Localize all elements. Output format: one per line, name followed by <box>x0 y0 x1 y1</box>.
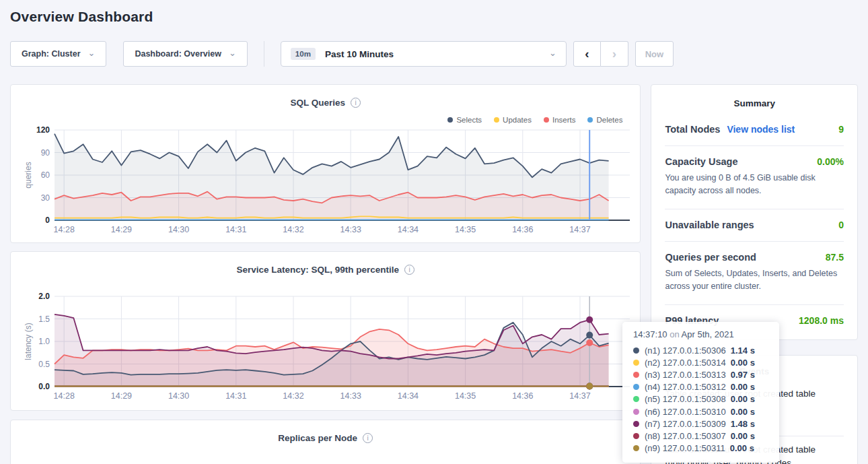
tooltip-time: 14:37:10 <box>633 329 667 339</box>
summary-row-total-nodes: Total Nodes View nodes list 9 <box>665 114 844 145</box>
series-color-dot-icon <box>633 421 639 427</box>
svg-text:1.0: 1.0 <box>38 337 50 346</box>
svg-text:queries: queries <box>24 162 33 188</box>
summary-description: You are using 0 B of 4.5 GiB usable disk… <box>665 172 844 198</box>
time-range-selector[interactable]: 10m Past 10 Minutes ⌄ <box>281 41 567 67</box>
svg-text:14:30: 14:30 <box>168 391 189 401</box>
summary-title: Summary <box>665 85 844 114</box>
tooltip-timestamp: 14:37:10 on Apr 5th, 2021 <box>633 329 768 339</box>
graph-dropdown-label: Graph: Cluster <box>22 49 81 59</box>
tooltip-node-row: (n5) 127.0.0.1:503080.00 s <box>633 393 768 405</box>
svg-text:14:28: 14:28 <box>54 391 75 401</box>
svg-text:latency (s): latency (s) <box>24 323 33 360</box>
tooltip-node-row: (n2) 127.0.0.1:503140.00 s <box>633 356 768 368</box>
tooltip-node-row: (n9) 127.0.0.1:503110.00 s <box>633 442 768 455</box>
tooltip-node-row: (n3) 127.0.0.1:503130.97 s <box>633 368 768 380</box>
summary-value: 1208.0 ms <box>799 315 844 326</box>
service-latency-chart[interactable]: 0.00.51.01.52.014:2814:2914:3014:3114:32… <box>24 288 641 404</box>
tooltip-node-label: (n9) 127.0.0.1:50311 <box>645 443 725 453</box>
time-forward-button[interactable]: › <box>601 41 628 67</box>
series-color-dot-icon <box>633 372 639 378</box>
svg-text:60: 60 <box>41 170 50 180</box>
svg-text:0.0: 0.0 <box>38 382 50 391</box>
toolbar-divider <box>264 41 264 67</box>
tooltip-node-label: (n6) 127.0.0.1:50310 <box>645 407 726 417</box>
svg-text:14:37: 14:37 <box>569 225 590 234</box>
dashboard-dropdown[interactable]: Dashboard: Overview ⌄ <box>123 41 247 67</box>
svg-text:14:29: 14:29 <box>111 391 132 401</box>
tooltip-node-label: (n7) 127.0.0.1:50309 <box>645 419 726 429</box>
svg-text:90: 90 <box>41 148 50 158</box>
tooltip-node-row: (n1) 127.0.0.1:503061.14 s <box>633 344 768 356</box>
svg-text:14:33: 14:33 <box>340 391 361 401</box>
svg-text:14:28: 14:28 <box>54 225 75 234</box>
info-icon[interactable]: i <box>351 98 361 108</box>
tooltip-date: Apr 5th, 2021 <box>682 329 734 339</box>
svg-text:14:31: 14:31 <box>225 225 246 234</box>
info-icon[interactable]: i <box>404 265 414 275</box>
svg-text:14:34: 14:34 <box>398 391 419 401</box>
sql-queries-chart[interactable]: 030609012014:2814:2914:3014:3114:3214:33… <box>24 122 641 238</box>
tooltip-node-label: (n2) 127.0.0.1:50314 <box>645 358 726 368</box>
tooltip-node-label: (n3) 127.0.0.1:50313 <box>645 370 726 380</box>
summary-value: 87.5 <box>826 252 844 263</box>
summary-description: Sum of Selects, Updates, Inserts, and De… <box>665 267 844 294</box>
svg-text:14:33: 14:33 <box>340 225 361 234</box>
svg-text:0.5: 0.5 <box>38 360 50 369</box>
svg-text:14:29: 14:29 <box>111 225 132 234</box>
chart-title: SQL Queries <box>290 98 345 108</box>
svg-text:14:35: 14:35 <box>455 225 476 234</box>
time-pager: ‹ › <box>573 41 628 67</box>
tooltip-node-value: 0.00 s <box>730 443 754 453</box>
tooltip-rows: (n1) 127.0.0.1:503061.14 s(n2) 127.0.0.1… <box>633 344 768 455</box>
time-range-label: Past 10 Minutes <box>325 49 394 59</box>
info-icon[interactable]: i <box>363 433 373 443</box>
series-color-dot-icon <box>633 396 639 402</box>
graph-dropdown[interactable]: Graph: Cluster ⌄ <box>10 41 106 67</box>
chevron-down-icon: ⌄ <box>549 48 556 58</box>
time-back-button[interactable]: ‹ <box>573 41 601 67</box>
svg-text:1.5: 1.5 <box>38 314 50 324</box>
tooltip-node-label: (n5) 127.0.0.1:50308 <box>645 394 726 404</box>
svg-text:14:36: 14:36 <box>512 225 533 234</box>
tooltip-node-row: (n4) 127.0.0.1:503120.00 s <box>633 381 768 393</box>
view-nodes-list-link[interactable]: View nodes list <box>727 124 795 135</box>
summary-label: Unavailable ranges <box>665 220 754 230</box>
summary-value: 0.00% <box>817 156 844 167</box>
tooltip-node-row: (n7) 127.0.0.1:503091.48 s <box>633 418 768 430</box>
sql-queries-title-row: SQL Queries i <box>11 85 640 108</box>
tooltip-node-value: 0.97 s <box>731 370 755 380</box>
chevron-down-icon: ⌄ <box>88 48 96 58</box>
now-button[interactable]: Now <box>635 41 674 67</box>
tooltip-node-label: (n4) 127.0.0.1:50312 <box>645 382 726 392</box>
summary-row-queries-per-second: Queries per second 87.5 Sum of Selects, … <box>665 241 844 304</box>
tooltip-node-value: 0.00 s <box>731 358 755 368</box>
svg-text:14:31: 14:31 <box>225 391 246 401</box>
tooltip-node-value: 0.00 s <box>731 382 755 392</box>
tooltip-node-label: (n1) 127.0.0.1:50306 <box>645 345 726 356</box>
svg-text:14:30: 14:30 <box>168 225 189 234</box>
tooltip-node-label: (n8) 127.0.0.1:50307 <box>645 431 726 441</box>
svg-text:14:32: 14:32 <box>283 225 303 234</box>
summary-panel: Summary Total Nodes View nodes list 9 Ca… <box>651 84 858 340</box>
tooltip-node-row: (n8) 127.0.0.1:503070.00 s <box>633 430 768 442</box>
summary-value: 0 <box>838 220 844 230</box>
tooltip-node-value: 1.14 s <box>731 345 755 356</box>
svg-text:14:37: 14:37 <box>569 391 590 401</box>
page-title: Overview Dashboard <box>10 9 868 25</box>
chart-hover-tooltip: 14:37:10 on Apr 5th, 2021 (n1) 127.0.0.1… <box>622 322 779 463</box>
series-color-dot-icon <box>633 360 639 366</box>
tooltip-node-value: 0.00 s <box>731 407 755 417</box>
tooltip-node-value: 0.00 s <box>731 394 755 404</box>
svg-text:14:34: 14:34 <box>398 225 419 234</box>
summary-row-unavailable-ranges: Unavailable ranges 0 <box>665 209 844 241</box>
tooltip-node-value: 1.48 s <box>731 419 755 429</box>
series-color-dot-icon <box>633 445 639 451</box>
series-color-dot-icon <box>633 409 639 415</box>
tooltip-node-value: 0.00 s <box>731 431 755 441</box>
svg-text:14:35: 14:35 <box>455 391 476 401</box>
summary-row-capacity-usage: Capacity Usage 0.00% You are using 0 B o… <box>665 145 844 209</box>
svg-text:0: 0 <box>45 216 50 225</box>
svg-text:120: 120 <box>36 125 50 135</box>
replicas-title-row: Replicas per Node i <box>11 420 640 443</box>
